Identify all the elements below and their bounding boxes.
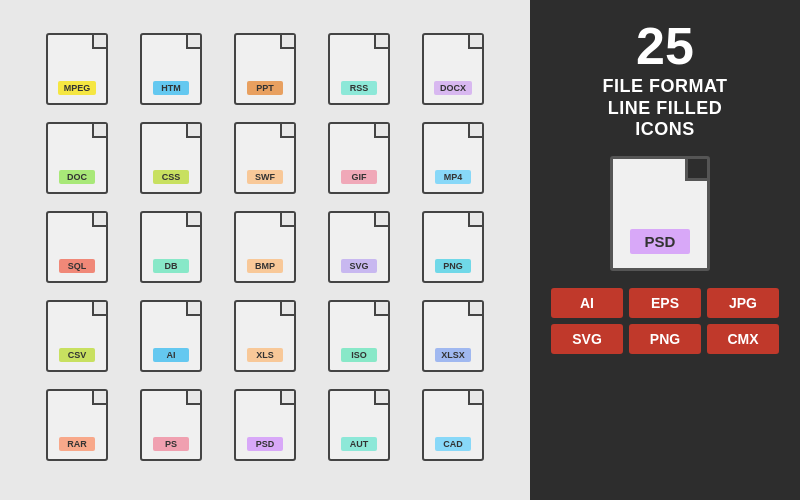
file-icon-sql: SQL [41, 211, 113, 289]
file-icon-css: CSS [135, 122, 207, 200]
badge-cmx: CMX [707, 324, 779, 354]
file-label-db: DB [153, 259, 189, 273]
file-icon-psd: PSD [229, 389, 301, 467]
icons-grid: MPEGHTMPPTRSSDOCXDOCCSSSWFGIFMP4SQLDBBMP… [32, 30, 498, 471]
file-label-docx: DOCX [434, 81, 472, 95]
badge-eps: EPS [629, 288, 701, 318]
file-icon-xlsx: XLSX [417, 300, 489, 378]
file-label-ps: PS [153, 437, 189, 451]
file-icon-svg: SVG [323, 211, 395, 289]
file-label-mpeg: MPEG [58, 81, 97, 95]
file-icon-docx: DOCX [417, 33, 489, 111]
right-panel: 25 FILE FORMAT LINE FILLED ICONS PSD AIE… [530, 0, 800, 500]
title-line1: FILE FORMAT [602, 76, 727, 98]
file-icon-ppt: PPT [229, 33, 301, 111]
file-label-gif: GIF [341, 170, 377, 184]
badge-ai: AI [551, 288, 623, 318]
file-icon-ps: PS [135, 389, 207, 467]
file-icon-rss: RSS [323, 33, 395, 111]
file-label-bmp: BMP [247, 259, 283, 273]
file-label-png: PNG [435, 259, 471, 273]
file-icon-htm: HTM [135, 33, 207, 111]
file-label-csv: CSV [59, 348, 95, 362]
badge-jpg: JPG [707, 288, 779, 318]
file-label-css: CSS [153, 170, 189, 184]
featured-label: PSD [630, 229, 690, 254]
file-label-svg: SVG [341, 259, 377, 273]
file-label-ppt: PPT [247, 81, 283, 95]
file-icon-png: PNG [417, 211, 489, 289]
file-label-swf: SWF [247, 170, 283, 184]
file-icon-cad: CAD [417, 389, 489, 467]
file-label-sql: SQL [59, 259, 95, 273]
badge-svg: SVG [551, 324, 623, 354]
file-icon-xls: XLS [229, 300, 301, 378]
file-label-doc: DOC [59, 170, 95, 184]
file-label-xls: XLS [247, 348, 283, 362]
file-icon-csv: CSV [41, 300, 113, 378]
file-label-xlsx: XLSX [435, 348, 471, 362]
file-label-mp4: MP4 [435, 170, 471, 184]
file-icon-swf: SWF [229, 122, 301, 200]
file-icon-aut: AUT [323, 389, 395, 467]
file-label-ai: AI [153, 348, 189, 362]
file-label-htm: HTM [153, 81, 189, 95]
title-line2: LINE FILLED [608, 98, 723, 120]
file-label-psd: PSD [247, 437, 283, 451]
badge-png: PNG [629, 324, 701, 354]
left-panel: MPEGHTMPPTRSSDOCXDOCCSSSWFGIFMP4SQLDBBMP… [0, 0, 530, 500]
file-icon-iso: ISO [323, 300, 395, 378]
file-icon-doc: DOC [41, 122, 113, 200]
file-icon-gif: GIF [323, 122, 395, 200]
badge-grid: AIEPSJPGSVGPNGCMX [551, 288, 779, 354]
file-label-rar: RAR [59, 437, 95, 451]
file-icon-ai: AI [135, 300, 207, 378]
file-label-aut: AUT [341, 437, 377, 451]
file-icon-db: DB [135, 211, 207, 289]
file-icon-mp4: MP4 [417, 122, 489, 200]
title-line3: ICONS [635, 119, 695, 141]
file-label-rss: RSS [341, 81, 377, 95]
title-number: 25 [636, 20, 694, 72]
file-icon-bmp: BMP [229, 211, 301, 289]
file-icon-rar: RAR [41, 389, 113, 467]
file-icon-mpeg: MPEG [41, 33, 113, 111]
file-label-iso: ISO [341, 348, 377, 362]
file-label-cad: CAD [435, 437, 471, 451]
featured-icon: PSD [610, 156, 720, 276]
